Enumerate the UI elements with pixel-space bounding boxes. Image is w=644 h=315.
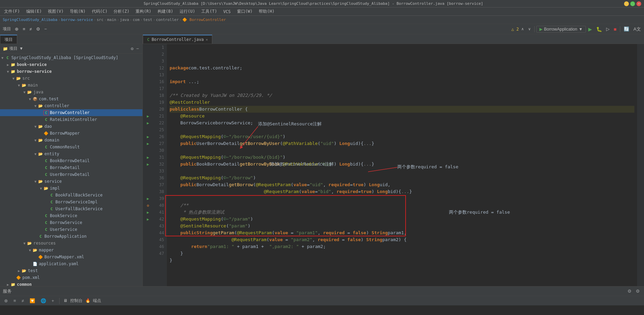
run-gutter-icon[interactable]: ▶ xyxy=(147,155,149,160)
tree-item-BookFallBackService[interactable]: CBookFallBackService xyxy=(0,192,142,199)
tree-item-BorrowApplication[interactable]: CBorrowApplication xyxy=(0,233,142,240)
tree-item-BorrowController[interactable]: CBorrowController xyxy=(0,109,142,116)
toolbar-settings-btn[interactable]: ⚙ xyxy=(34,25,42,33)
project-settings-icon[interactable]: ⚙ xyxy=(130,45,134,52)
debug-btn[interactable]: 🐛 xyxy=(594,25,604,33)
menu-item-W[interactable]: 窗口(W) xyxy=(234,8,256,15)
editor-tab-borrowcontroller[interactable]: C BorrowController.java × xyxy=(143,35,212,44)
warnings-up-btn[interactable]: ∧ xyxy=(519,26,526,32)
tree-item-root[interactable]: ▼CSpringCloudStudy_Alibaba [SpringCloudS… xyxy=(0,54,142,61)
menu-item-VCS[interactable]: VCS xyxy=(221,9,234,15)
menu-item-U[interactable]: 运行(U) xyxy=(177,8,198,15)
tree-item-controller[interactable]: ▼📂controller xyxy=(0,102,142,109)
tree-item-main[interactable]: ▼📂main xyxy=(0,82,142,89)
project-tab[interactable]: 项目 xyxy=(0,35,17,44)
translate-btn[interactable]: A文 xyxy=(632,25,643,33)
menu-item-V[interactable]: 视图(V) xyxy=(45,8,66,15)
tree-item-java[interactable]: ▼📂java xyxy=(0,89,142,95)
status-list-btn[interactable]: ≡ xyxy=(12,297,18,304)
console-label[interactable]: 🖥 控制台 xyxy=(63,298,82,304)
tree-item-domain[interactable]: ▼📂domain xyxy=(0,137,142,144)
run-coverage-btn[interactable]: ▷ xyxy=(604,25,611,33)
tree-item-borrow-service[interactable]: ▼📁borrow-service xyxy=(0,68,142,75)
status-down-btn[interactable]: 🔽 xyxy=(28,297,36,304)
gutter-line-31[interactable]: ▶ xyxy=(143,154,153,161)
menu-item-C[interactable]: 代码(C) xyxy=(89,8,110,15)
toolbar-list-btn[interactable]: ≡ xyxy=(21,25,27,33)
minimize-button[interactable]: − xyxy=(624,1,629,6)
tree-item-BookService[interactable]: CBookService xyxy=(0,212,142,219)
status-network-btn[interactable]: 🌐 xyxy=(39,297,47,304)
tree-item-UserService[interactable]: CUserService xyxy=(0,226,142,233)
tree-item-common[interactable]: ▶📁common xyxy=(0,281,142,286)
tab-close-btn[interactable]: × xyxy=(206,38,208,42)
stop-btn[interactable]: ■ xyxy=(612,25,618,33)
run-btn[interactable]: ▶ xyxy=(587,25,594,33)
gutter-line-26[interactable]: ▶ xyxy=(143,133,153,140)
gutter-line-40[interactable]: ⚙ xyxy=(143,202,153,209)
sync-btn[interactable]: 🔄 xyxy=(622,25,631,33)
gutter-line-21[interactable]: ▶ xyxy=(143,113,153,120)
bottom-settings-btn[interactable]: ⚙ xyxy=(626,288,633,294)
tree-item-UserFallBackService[interactable]: CUserFallBackService xyxy=(0,205,142,212)
tree-item-book-service[interactable]: ▶📁book-service xyxy=(0,61,142,68)
run-gutter-icon[interactable]: ▶ xyxy=(147,196,149,201)
run-gutter-icon[interactable]: ▶ xyxy=(147,210,149,215)
project-collapse-icon[interactable]: − xyxy=(136,45,140,52)
menu-item-E[interactable]: 编辑(E) xyxy=(23,8,45,15)
tree-item-BorrowMapper.xml[interactable]: 🔶BorrowMapper.xml xyxy=(0,254,142,260)
menu-item-Z[interactable]: 分析(Z) xyxy=(111,8,132,15)
run-config-selector[interactable]: ▶ BorrowApplication ▼ xyxy=(536,26,586,33)
status-filter-btn[interactable]: ≠ xyxy=(20,297,25,304)
breakpoints-label[interactable]: 🔥 端点 xyxy=(85,298,101,304)
gutter-line-39[interactable]: ▶ xyxy=(143,195,153,202)
tree-item-CommonResult[interactable]: CCommonResult xyxy=(0,144,142,150)
menu-item-B[interactable]: 构建(B) xyxy=(155,8,176,15)
tree-item-dao[interactable]: ▼📂dao xyxy=(0,123,142,130)
maximize-button[interactable]: □ xyxy=(630,1,635,6)
tree-item-BorrowDetail[interactable]: CBorrowDetail xyxy=(0,164,142,171)
toolbar-sort-btn[interactable]: ≠ xyxy=(28,25,34,33)
run-gutter-icon[interactable]: ▶ xyxy=(147,135,149,139)
gutter-line-32[interactable]: ▶ xyxy=(143,161,153,168)
tree-item-test[interactable]: ▶📂test xyxy=(0,267,142,274)
close-button[interactable]: × xyxy=(636,1,641,6)
toolbar-add-btn[interactable]: ⊕ xyxy=(13,25,20,33)
code-area[interactable]: package com.test.controller;import ...;/… xyxy=(167,44,637,286)
tree-item-application.yaml[interactable]: 📄application.yaml xyxy=(0,260,142,267)
gutter-line-22[interactable]: ▶ xyxy=(143,120,153,126)
code-container[interactable]: ▶▶▶▶▶▶▶⚙▶▶ 12312131617181920212225262730… xyxy=(143,44,644,286)
tree-item-UserBorrowDetail[interactable]: CUserBorrowDetail xyxy=(0,171,142,178)
status-plus-btn[interactable]: + xyxy=(50,297,56,304)
warnings-down-btn[interactable]: ∨ xyxy=(526,26,533,32)
run-gutter-icon-orange[interactable]: ⚙ xyxy=(147,203,149,208)
tree-item-BookBorrowDetail[interactable]: CBookBorrowDetail xyxy=(0,157,142,164)
tree-item-resources[interactable]: ▼📂resources xyxy=(0,240,142,247)
run-gutter-icon[interactable]: ▶ xyxy=(147,142,149,146)
bottom-gear-btn[interactable]: ⚙ xyxy=(634,288,641,294)
menu-item-F[interactable]: 文件(F) xyxy=(1,8,23,15)
tree-item-entity[interactable]: ▼📂entity xyxy=(0,150,142,157)
tree-item-BorrowMapper[interactable]: 🔶BorrowMapper xyxy=(0,130,142,137)
menu-item-N[interactable]: 导航(N) xyxy=(67,8,88,15)
tree-item-service[interactable]: ▼📂service xyxy=(0,178,142,185)
gutter-line-27[interactable]: ▶ xyxy=(143,140,153,147)
menu-item-R[interactable]: 重构(R) xyxy=(133,8,154,15)
tree-item-impl[interactable]: ▼📂impl xyxy=(0,185,142,192)
tree-item-com.test[interactable]: ▼📦com.test xyxy=(0,95,142,102)
tree-item-pom.xml[interactable]: 🔶pom.xml xyxy=(0,274,142,281)
run-gutter-icon[interactable]: ▶ xyxy=(147,121,149,125)
gutter-line-41[interactable]: ▶ xyxy=(143,209,153,216)
run-gutter-icon[interactable]: ▶ xyxy=(147,217,149,222)
toolbar-collapse-btn[interactable]: − xyxy=(43,25,49,33)
status-add-btn[interactable]: ⊕ xyxy=(3,297,9,304)
run-gutter-icon[interactable]: ▶ xyxy=(147,114,149,119)
gutter-line-42[interactable]: ▶ xyxy=(143,216,153,223)
menu-item-H[interactable]: 帮助(H) xyxy=(256,8,277,15)
tree-item-src[interactable]: ▼📂src xyxy=(0,75,142,82)
tree-item-BorrowServiceImpl[interactable]: CBorrowServiceImpl xyxy=(0,199,142,205)
run-gutter-icon[interactable]: ▶ xyxy=(147,162,149,167)
tree-item-mapper[interactable]: ▼📂mapper xyxy=(0,247,142,254)
tree-item-BorrowService[interactable]: CBorrowService xyxy=(0,219,142,226)
menu-item-T[interactable]: 工具(T) xyxy=(198,8,220,15)
